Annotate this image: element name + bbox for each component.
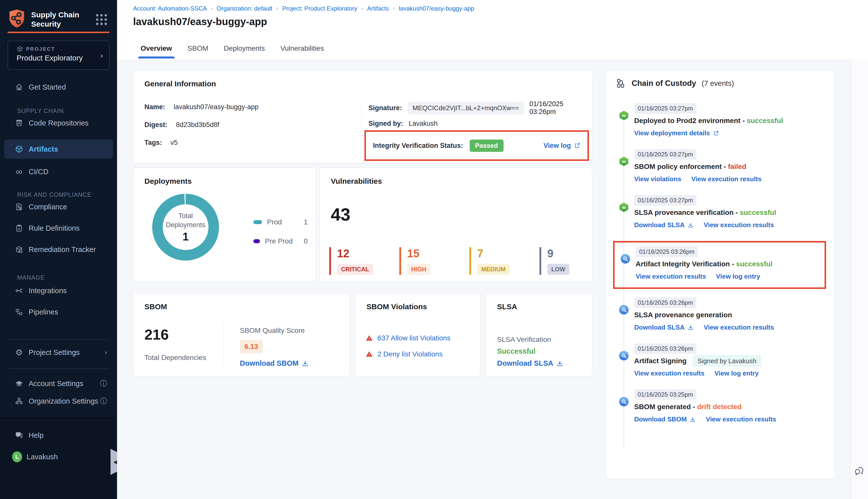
event-title: Artifact Signing — [634, 357, 686, 365]
download-icon — [302, 360, 309, 367]
signed-by-badge: Signed by Lavakush — [692, 355, 761, 367]
external-link-icon — [574, 142, 580, 149]
sidebar-item-label: Organization Settings — [29, 397, 98, 405]
sidebar-item-account-settings[interactable]: Account Settings ⓘ — [0, 376, 117, 392]
slsa-card: SLSA SLSA Verification Successful Downlo… — [486, 293, 592, 377]
support-chat-icon[interactable] — [854, 465, 865, 477]
breadcrumb-artifacts[interactable]: Artifacts — [367, 5, 389, 12]
card-title: Deployments — [144, 177, 192, 185]
sidebar-item-cicd[interactable]: ∞ CI/CD — [0, 164, 117, 180]
project-selector[interactable]: PROJECT Product Exploratory › — [8, 41, 109, 70]
event-status: failed — [728, 163, 746, 170]
tab-overview[interactable]: Overview — [140, 41, 172, 59]
digest-label: Digest: — [144, 121, 168, 129]
sbom-quality-label: SBOM Quality Score — [240, 327, 305, 334]
sidebar-item-rule-definitions[interactable]: Rule Definitions — [0, 220, 117, 236]
sidebar-item-pipelines[interactable]: Pipelines — [0, 304, 117, 320]
allow-list-violations-link[interactable]: 637 Allow list Violations — [377, 334, 450, 342]
sidebar-item-remediation-tracker[interactable]: Remediation Tracker — [0, 242, 117, 257]
signature-value[interactable]: MEQCICde2VjIT...bL+2+mqnOXw== — [408, 102, 524, 114]
breadcrumb-account[interactable]: Account: Automation-SSCA — [133, 5, 207, 12]
document-search-icon — [14, 203, 24, 211]
sidebar-item-get-started[interactable]: Get Started — [0, 79, 117, 95]
integrity-status-badge: Passed — [470, 139, 504, 152]
general-information-card: General Information Name: lavakush07/eas… — [133, 70, 592, 163]
tab-vulnerabilities[interactable]: Vulnerabilities — [280, 41, 324, 59]
view-execution-results-link[interactable]: View execution results — [706, 415, 776, 423]
sidebar-user[interactable]: L Lavakush — [0, 449, 117, 465]
tab-sbom[interactable]: SBOM — [187, 41, 209, 59]
breadcrumb-organization[interactable]: Organization: default — [217, 5, 272, 12]
svg-text:?: ? — [17, 433, 19, 436]
sidebar-item-compliance[interactable]: Compliance — [0, 199, 117, 215]
event-timestamp: 01/16/2025 03:26pm — [634, 343, 697, 354]
scan-event-icon — [619, 305, 629, 315]
view-execution-results-link[interactable]: View execution results — [704, 221, 774, 229]
breadcrumb-current[interactable]: lavakush07/easy-buggy-app — [399, 5, 474, 12]
help-chat-icon: ? — [14, 431, 24, 439]
view-execution-results-link[interactable]: View execution results — [636, 272, 706, 280]
sidebar-item-label: Artifacts — [29, 145, 58, 153]
sidebar-item-label: CI/CD — [29, 168, 48, 176]
event-timestamp: 01/16/2025 03:26pm — [636, 246, 698, 257]
sbom-total-label: Total Dependencies — [144, 354, 206, 362]
header-divider — [117, 36, 868, 37]
download-slsa-link[interactable]: Download SLSA — [634, 221, 694, 229]
event-title: Artifact Integrity Verification — [636, 260, 730, 268]
card-title: SBOM Violations — [366, 303, 427, 311]
deny-list-violations-link[interactable]: 2 Deny list Violations — [377, 350, 443, 358]
donut-center-label: Total Deployments — [164, 211, 207, 229]
sidebar-item-help[interactable]: ? Help — [0, 427, 117, 443]
module-grid-icon[interactable] — [96, 14, 107, 25]
infinity-icon: ∞ — [14, 169, 24, 174]
chevron-right-icon: › — [105, 349, 107, 356]
download-sbom-link[interactable]: Download SBOM — [240, 359, 309, 367]
tab-deployments[interactable]: Deployments — [223, 41, 265, 59]
view-log-link[interactable]: View log — [543, 142, 580, 150]
pre-prod-swatch — [253, 239, 260, 243]
signed-by-label: Signed by: — [369, 120, 403, 127]
view-execution-results-link[interactable]: View execution results — [634, 369, 704, 377]
view-log-entry-link[interactable]: View log entry — [716, 272, 760, 280]
download-slsa-link[interactable]: Download SLSA — [634, 324, 694, 331]
download-sbom-link[interactable]: Download SBOM — [634, 415, 696, 423]
box-wrench-icon — [14, 245, 24, 254]
event-title: SLSA provenance verification — [634, 209, 734, 216]
view-log-entry-link[interactable]: View log entry — [714, 369, 759, 377]
slsa-verification-label: SLSA Verification — [497, 336, 551, 344]
sidebar-item-label: Help — [29, 431, 44, 439]
gear-icon: ⚙ — [14, 348, 24, 357]
scan-event-icon — [620, 254, 630, 264]
sidebar-item-project-settings[interactable]: ⚙ Project Settings › — [0, 344, 117, 361]
critical-count: 12 — [337, 247, 399, 260]
artifact-tags: v5 — [170, 139, 178, 147]
pipeline-event-icon: ∞ — [619, 203, 629, 212]
sidebar-item-label: Remediation Tracker — [29, 245, 96, 254]
card-title: SLSA — [497, 303, 517, 311]
sidebar-item-label: Pipelines — [29, 308, 58, 316]
breadcrumb-project[interactable]: Project: Product Exploratory — [282, 5, 358, 12]
integrity-highlight-box: Integrity Verification Status: Passed Vi… — [364, 130, 589, 161]
layers-icon — [14, 379, 24, 388]
event-title: SBOM policy enforcement — [634, 163, 722, 170]
section-label-risk-compliance: RISK AND COMPLIANCE — [17, 191, 92, 198]
sidebar-item-code-repositories[interactable]: Code Repositories — [0, 115, 117, 131]
sidebar-item-label: Account Settings — [29, 379, 83, 388]
legend-label: Pre Prod — [265, 237, 293, 245]
timeline-event-artifact-signing: 01/16/2025 03:26pm Artifact Signing Sign… — [619, 343, 826, 377]
view-execution-results-link[interactable]: View execution results — [704, 324, 774, 331]
legend-value: 0 — [304, 237, 308, 245]
view-violations-link[interactable]: View violations — [634, 175, 681, 183]
section-label-manage: MANAGE — [17, 274, 45, 281]
view-execution-results-link[interactable]: View execution results — [691, 175, 761, 183]
download-slsa-link[interactable]: Download SLSA — [497, 359, 563, 367]
signed-by-value: Lavakush — [409, 120, 438, 127]
card-title: SBOM — [144, 303, 167, 311]
artifact-digest: 8d23bd3b5d8f — [176, 121, 219, 129]
sidebar-item-artifacts[interactable]: Artifacts — [4, 139, 113, 159]
sidebar-item-organization-settings[interactable]: Organization Settings ⓘ — [0, 393, 117, 409]
sidebar-item-integrations[interactable]: Integrations — [0, 283, 117, 299]
view-deployment-details-link[interactable]: View deployment details — [634, 129, 719, 137]
deployments-donut-chart: Total Deployments 1 — [148, 190, 223, 265]
info-icon: ⓘ — [100, 379, 107, 388]
